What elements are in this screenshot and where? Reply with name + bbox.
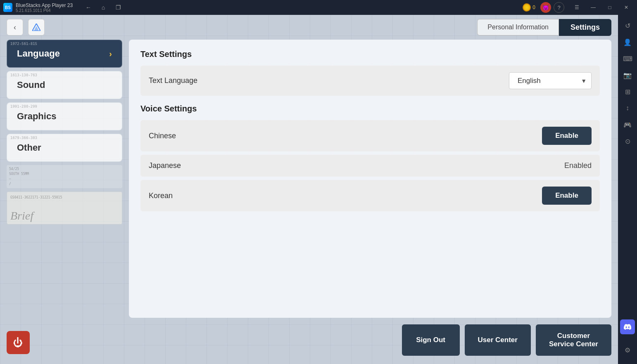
bottom-buttons-area: Sign Out User Center CustomerService Cen… <box>129 318 611 357</box>
customer-service-button[interactable]: CustomerService Center <box>536 324 611 356</box>
left-bottom-area: 54/25 SOUTH 55MM — / GS0411-3622171-3122… <box>7 165 122 357</box>
maximize-button[interactable]: □ <box>602 2 617 13</box>
close-button[interactable]: ✕ <box>619 2 634 13</box>
back-button[interactable]: ← <box>83 2 94 13</box>
text-language-row: Text Language English Chinese Japanese K… <box>140 66 600 96</box>
korean-voice-label: Korean <box>149 191 173 200</box>
chinese-enable-button[interactable]: Enable <box>542 127 592 145</box>
map-coords-display: 54/25 SOUTH 55MM — / <box>7 165 122 188</box>
content-wrapper: 1972-561-815 Language › 1613-130-763 Sou… <box>0 40 618 364</box>
japanese-voice-row: Japanese Enabled <box>140 155 600 177</box>
sidebar-icon-resize[interactable]: ↕ <box>620 101 635 116</box>
sidebar-icon-profile[interactable]: 👤 <box>620 35 635 50</box>
home-button[interactable]: ⌂ <box>97 2 109 13</box>
japanese-voice-label: Japanese <box>149 161 181 170</box>
back-nav-button[interactable]: ‹ <box>7 19 23 35</box>
discord-icon[interactable] <box>620 319 635 334</box>
sidebar-icon-circle[interactable]: ⊙ <box>620 134 635 149</box>
settings-panel: Text Settings Text Language English Chin… <box>129 40 611 318</box>
sidebar-icon-grid[interactable]: ⊞ <box>620 84 635 99</box>
korean-voice-row: Korean Enable <box>140 180 600 211</box>
app-version: 5.21.615.1011 P64 <box>16 8 73 13</box>
drive-button[interactable] <box>28 19 45 35</box>
personal-information-tab[interactable]: Personal Information <box>477 19 559 35</box>
nav-item-graphics[interactable]: 1991-280-299 Graphics <box>7 102 122 130</box>
header-tabs: Personal Information Settings <box>477 19 611 36</box>
title-bar: BS BlueStacks App Player 23 5.21.615.101… <box>0 0 637 15</box>
settings-tab[interactable]: Settings <box>559 19 611 36</box>
sidebar-icon-gamepad[interactable]: 🎮 <box>620 117 635 132</box>
chinese-voice-row: Chinese Enable <box>140 120 600 151</box>
sidebar-icon-keyboard[interactable]: ⌨ <box>620 51 635 66</box>
coin-count: 0 <box>532 5 535 10</box>
menu-button[interactable]: ☰ <box>569 2 584 13</box>
signature-area: GS0411-3622171-31221-55015 Brief <box>7 191 122 225</box>
copy-button[interactable]: ❐ <box>112 2 124 13</box>
sidebar-settings-icon[interactable]: ⚙ <box>620 343 635 357</box>
voice-settings-title: Voice Settings <box>140 104 600 113</box>
user-center-button[interactable]: User Center <box>465 324 531 356</box>
main-area: ‹ Personal Information Settings 1972-561… <box>0 15 618 364</box>
sound-label: Sound <box>17 80 45 90</box>
chevron-right-icon: › <box>109 49 112 59</box>
japanese-enabled-text: Enabled <box>564 161 592 170</box>
top-toolbar: ‹ Personal Information Settings <box>0 15 618 40</box>
app-logo: BS <box>3 3 12 12</box>
nav-item-language[interactable]: 1972-561-815 Language › <box>7 40 122 68</box>
power-button[interactable]: ⏻ <box>7 331 30 354</box>
language-label: Language <box>17 48 60 59</box>
korean-enable-button[interactable]: Enable <box>542 187 592 205</box>
text-language-label: Text Language <box>149 76 197 85</box>
coin-icon <box>523 3 531 12</box>
right-sidebar: ↺ 👤 ⌨ 📷 ⊞ ↕ 🎮 ⊙ ⚙ <box>618 15 637 364</box>
other-label: Other <box>17 142 41 153</box>
sidebar-icon-camera[interactable]: 📷 <box>620 68 635 83</box>
left-navigation: 1972-561-815 Language › 1613-130-763 Sou… <box>7 40 122 357</box>
help-icon[interactable]: ? <box>554 2 564 13</box>
coin-display: 0 <box>523 3 535 12</box>
right-content: Text Settings Text Language English Chin… <box>129 40 611 357</box>
chinese-voice-label: Chinese <box>149 132 176 140</box>
graphics-label: Graphics <box>17 111 56 121</box>
app-name: BlueStacks App Player 23 <box>16 2 73 8</box>
nav-item-other[interactable]: 1679-366-303 Other <box>7 134 122 162</box>
text-settings-title: Text Settings <box>140 50 600 59</box>
sidebar-icon-refresh[interactable]: ↺ <box>620 18 635 33</box>
text-language-dropdown[interactable]: English Chinese Japanese Korean French G… <box>509 72 592 89</box>
minimize-button[interactable]: — <box>586 2 601 13</box>
text-language-dropdown-container: English Chinese Japanese Korean French G… <box>509 72 592 89</box>
profile-icon[interactable]: 😈 <box>540 2 551 13</box>
sign-out-button[interactable]: Sign Out <box>402 324 460 356</box>
nav-item-sound[interactable]: 1613-130-763 Sound <box>7 71 122 99</box>
